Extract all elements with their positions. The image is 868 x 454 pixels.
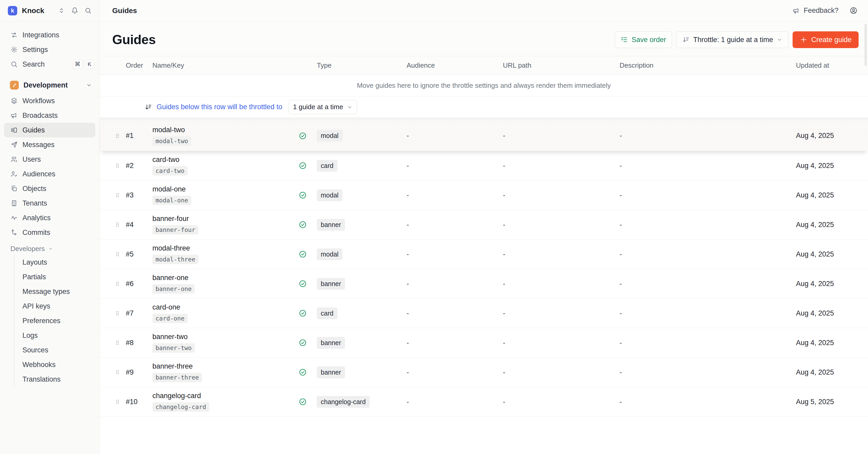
chevron-down-icon-wrap: [777, 37, 782, 42]
drag-handle[interactable]: [114, 398, 126, 405]
column-header-audience: Audience: [407, 61, 503, 69]
guide-order: #5: [126, 250, 152, 258]
guide-row-card-one[interactable]: #7card-onecard-onecard---Aug 4, 2025: [100, 299, 868, 328]
account-menu-button[interactable]: [849, 6, 858, 15]
guide-audience: -: [407, 250, 503, 258]
guide-key-badge: modal-two: [152, 136, 191, 146]
search-button[interactable]: [85, 7, 92, 14]
drag-handle[interactable]: [114, 280, 126, 287]
sidebar-subitem-translations[interactable]: Translations: [14, 372, 99, 387]
throttle-value-dropdown[interactable]: 1 guide at a time: [289, 100, 357, 114]
sidebar-item-search[interactable]: Search⌘K: [0, 57, 99, 72]
guide-name: modal-three: [152, 244, 190, 252]
drag-handle[interactable]: [114, 132, 126, 140]
guide-row-changelog-card[interactable]: #10changelog-cardchangelog-cardchangelog…: [100, 387, 868, 417]
sidebar-item-settings[interactable]: Settings: [0, 42, 99, 57]
developers-section-toggle[interactable]: Developers: [0, 243, 99, 255]
sidebar-item-users[interactable]: Users: [0, 152, 99, 167]
layers-icon: [10, 97, 18, 105]
throttle-dropdown-button[interactable]: Throttle: 1 guide at a time: [676, 31, 788, 48]
guide-row-modal-three[interactable]: #5modal-threemodal-threemodal---Aug 4, 2…: [100, 239, 868, 269]
guide-updated-at: Aug 4, 2025: [796, 368, 858, 376]
guide-description: -: [620, 398, 796, 406]
guide-row-modal-two[interactable]: #1modal-twomodal-twomodal---Aug 4, 2025: [100, 120, 868, 151]
drag-handle-icon: [114, 192, 121, 199]
column-header-url-path: URL path: [503, 61, 620, 69]
drag-handle[interactable]: [114, 221, 126, 228]
page-title: Guides: [112, 32, 156, 47]
guide-name: card-one: [152, 303, 180, 311]
check-circle-icon: [299, 250, 307, 258]
sidebar-item-objects[interactable]: Objects: [0, 181, 99, 196]
ignore-throttle-drop-zone[interactable]: Move guides here to ignore the throttle …: [100, 75, 868, 96]
sidebar-item-audiences[interactable]: Audiences: [0, 167, 99, 181]
throttle-divider-text[interactable]: Guides below this row will be throttled …: [157, 103, 282, 111]
sidebar-item-analytics[interactable]: Analytics: [0, 210, 99, 225]
vertical-scrollbar[interactable]: [865, 24, 867, 66]
sidebar-subitem-sources[interactable]: Sources: [14, 343, 99, 357]
guide-name: banner-three: [152, 362, 193, 370]
drag-handle-icon: [114, 280, 121, 287]
sidebar-item-commits[interactable]: Commits: [0, 225, 99, 240]
sidebar-subitem-webhooks[interactable]: Webhooks: [14, 357, 99, 372]
drag-handle[interactable]: [114, 339, 126, 346]
workspace-switcher-button[interactable]: [58, 7, 65, 14]
guide-description: -: [620, 280, 796, 288]
column-header-order: Order: [126, 61, 152, 69]
save-order-label: Save order: [631, 36, 666, 44]
sidebar-subitem-partials[interactable]: Partials: [14, 269, 99, 284]
guide-row-banner-four[interactable]: #4banner-fourbanner-fourbanner---Aug 4, …: [100, 210, 868, 239]
sort-descending-icon: [682, 36, 689, 44]
throttle-value-label: 1 guide at a time: [293, 103, 343, 111]
user-check-icon: [10, 170, 18, 178]
drag-handle[interactable]: [114, 369, 126, 376]
drag-handle[interactable]: [114, 162, 126, 169]
notifications-button[interactable]: [71, 7, 78, 14]
sort-descending-icon: [145, 104, 152, 111]
guide-name-cell: banner-twobanner-two: [152, 333, 299, 353]
section-gap: [100, 118, 868, 120]
sidebar-subitem-label: Message types: [23, 288, 70, 296]
sidebar-item-integrations[interactable]: Integrations: [0, 28, 99, 42]
create-guide-label: Create guide: [811, 36, 851, 44]
chevron-down-icon: [777, 37, 782, 42]
feedback-label: Feedback?: [804, 6, 838, 15]
guides-table: Order Name/Key Type Audience URL path De…: [100, 56, 868, 454]
sidebar-item-messages[interactable]: Messages: [0, 137, 99, 152]
sidebar-subitem-message-types[interactable]: Message types: [14, 284, 99, 299]
expand-updown-icon: [58, 7, 65, 14]
environment-icon-wrap: [10, 81, 19, 90]
sidebar-subitem-logs[interactable]: Logs: [14, 328, 99, 343]
sidebar-item-guides[interactable]: Guides: [4, 123, 95, 137]
sidebar-item-workflows[interactable]: Workflows: [0, 93, 99, 108]
guide-row-banner-one[interactable]: #6banner-onebanner-onebanner---Aug 4, 20…: [100, 269, 868, 299]
guide-order: #4: [126, 221, 152, 229]
drag-handle[interactable]: [114, 310, 126, 317]
feedback-button[interactable]: Feedback?: [793, 6, 838, 15]
sidebar-subitem-api-keys[interactable]: API keys: [14, 299, 99, 313]
sidebar-subitem-preferences[interactable]: Preferences: [14, 313, 99, 328]
drag-handle-icon: [114, 251, 121, 258]
sidebar-item-broadcasts[interactable]: Broadcasts: [0, 108, 99, 123]
guide-description: -: [620, 162, 796, 170]
guide-row-card-two[interactable]: #2card-twocard-twocard---Aug 4, 2025: [100, 151, 868, 180]
sidebar-subitem-label: Preferences: [23, 317, 61, 325]
checklist-icon: [621, 36, 628, 44]
drag-handle-icon: [114, 398, 121, 405]
sidebar-subitem-layouts[interactable]: Layouts: [14, 255, 99, 269]
guide-type-cell: banner: [317, 219, 407, 231]
guide-key-badge: changelog-card: [152, 402, 209, 412]
guide-url-path: -: [503, 339, 620, 347]
create-guide-button[interactable]: Create guide: [793, 31, 859, 48]
guide-row-banner-three[interactable]: #9banner-threebanner-threebanner---Aug 4…: [100, 358, 868, 387]
drag-handle[interactable]: [114, 192, 126, 199]
guide-type-badge: modal: [317, 130, 342, 142]
sidebar-item-tenants[interactable]: Tenants: [0, 196, 99, 210]
drag-handle[interactable]: [114, 251, 126, 258]
guide-audience: -: [407, 398, 503, 406]
guide-row-banner-two[interactable]: #8banner-twobanner-twobanner---Aug 4, 20…: [100, 328, 868, 358]
guide-row-modal-one[interactable]: #3modal-onemodal-onemodal---Aug 4, 2025: [100, 180, 868, 210]
guide-type-cell: banner: [317, 337, 407, 349]
environment-switcher[interactable]: Development: [0, 77, 99, 93]
save-order-button[interactable]: Save order: [615, 31, 672, 48]
